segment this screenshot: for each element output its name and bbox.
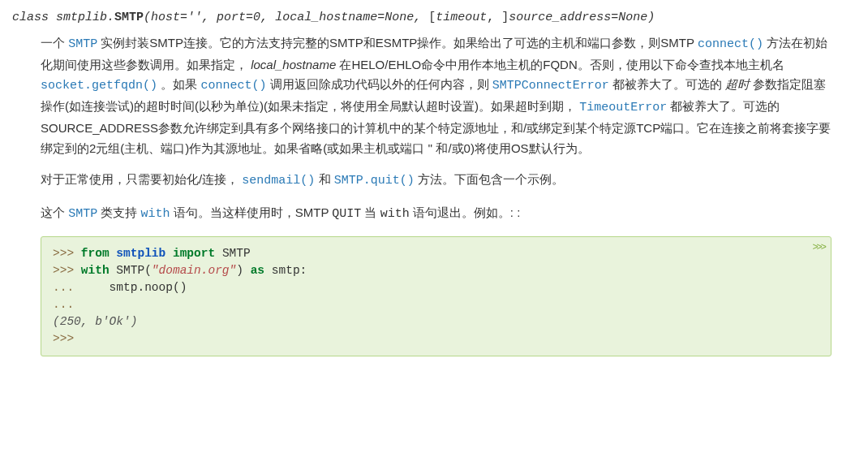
- param-timeout: 超时: [725, 77, 750, 91]
- link-connect-2[interactable]: connect(): [200, 79, 266, 93]
- link-getfqdn[interactable]: socket.getfqdn(): [41, 79, 157, 93]
- link-smtp-2[interactable]: SMTP: [68, 207, 97, 221]
- code-example: >>>>>> from smtplib import SMTP >>> with…: [41, 236, 831, 356]
- link-smtp[interactable]: SMTP: [68, 37, 97, 51]
- literal-with: with: [380, 207, 410, 221]
- link-smtpconnecterror[interactable]: SMTPConnectError: [492, 79, 609, 93]
- code-output: (250, b'Ok'): [53, 315, 137, 328]
- description: 一个 SMTP 实例封装SMTP连接。它的方法支持完整的SMTP和ESMTP操作…: [41, 33, 831, 356]
- toggle-prompt-icon[interactable]: >>>: [812, 241, 825, 255]
- bracket-close: , ]: [487, 11, 509, 24]
- link-with[interactable]: with: [141, 207, 170, 221]
- module-prefix: smtplib.: [56, 11, 114, 24]
- class-signature: class smtplib.SMTP(host='', port=0, loca…: [12, 8, 831, 28]
- literal-quit: QUIT: [332, 207, 361, 221]
- link-timeouterror[interactable]: TimeoutError: [579, 101, 667, 114]
- paragraph-3: 这个 SMTP 类支持 with 语句。当这样使用时，SMTP QUIT 当 w…: [41, 203, 831, 225]
- link-connect[interactable]: connect(): [698, 37, 763, 51]
- param-local-hostname: local_hostname: [251, 58, 336, 71]
- params: (host='', port=0, local_hostname=None,: [144, 11, 428, 24]
- class-name: SMTP: [114, 11, 144, 24]
- code-prompt: >>>: [53, 247, 81, 260]
- bracket: [: [428, 11, 436, 24]
- link-quit[interactable]: SMTP.quit(): [334, 174, 415, 188]
- keyword-class: class: [12, 11, 49, 24]
- paragraph-1: 一个 SMTP 实例封装SMTP连接。它的方法支持完整的SMTP和ESMTP操作…: [41, 33, 831, 159]
- paragraph-2: 对于正常使用，只需要初始化/连接， sendmail() 和 SMTP.quit…: [41, 170, 831, 192]
- link-sendmail[interactable]: sendmail(): [242, 174, 315, 188]
